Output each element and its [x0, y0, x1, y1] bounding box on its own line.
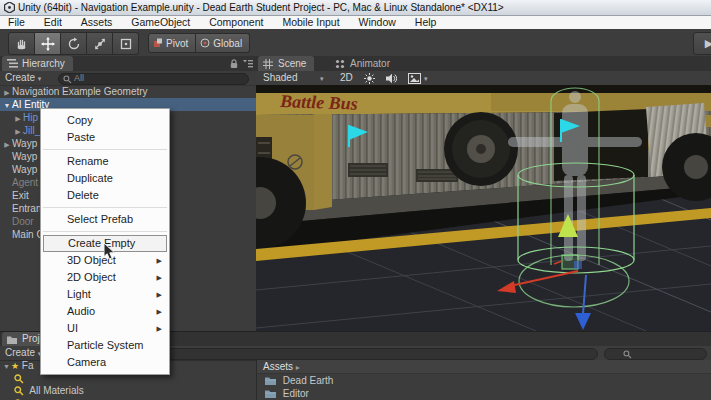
menu-mobile-input[interactable]: Mobile Input	[274, 16, 347, 29]
menu-component[interactable]: Component	[201, 16, 271, 29]
hand-tool-icon	[15, 37, 28, 50]
global-toggle-button[interactable]: Global	[196, 33, 250, 53]
menu-gameobject[interactable]: GameObject	[123, 16, 198, 29]
menu-item-camera[interactable]: Camera	[41, 354, 169, 371]
global-icon	[200, 38, 210, 48]
pivot-icon	[153, 38, 163, 48]
play-button[interactable]: ▶	[693, 32, 711, 55]
menu-item-paste[interactable]: Paste	[41, 129, 169, 146]
mouse-cursor-icon	[104, 243, 116, 261]
submenu-arrow-icon: ▶	[157, 269, 162, 286]
shading-mode-dropdown[interactable]: Shaded	[263, 71, 297, 85]
menu-separator	[43, 207, 167, 208]
menu-item-light[interactable]: Light▶	[41, 286, 169, 303]
menu-separator	[43, 149, 167, 150]
menu-help[interactable]: Help	[407, 16, 445, 29]
scene-viewport[interactable]: Battle Bus	[256, 85, 711, 331]
unity-logo-icon	[4, 2, 15, 13]
submenu-arrow-icon: ▶	[157, 320, 162, 337]
caret-down-icon[interactable]: ▾	[424, 72, 428, 86]
unity-editor-window: Unity (64bit) - Navigation Example.unity…	[0, 0, 711, 400]
submenu-arrow-icon: ▶	[157, 252, 162, 269]
animator-icon	[335, 59, 345, 69]
pivot-toggle-button[interactable]: Pivot	[148, 33, 196, 53]
menu-item-duplicate[interactable]: Duplicate	[41, 170, 169, 187]
rotate-tool-button[interactable]	[61, 32, 87, 55]
window-title: Unity (64bit) - Navigation Example.unity…	[18, 0, 504, 15]
search-icon	[623, 350, 632, 359]
hierarchy-create-button[interactable]: Create ▾	[5, 72, 41, 83]
toggle-2d-button[interactable]: 2D	[340, 71, 353, 85]
project-search-options[interactable]	[604, 348, 707, 360]
bus-graffiti-text: Battle Bus	[279, 91, 358, 114]
menu-file[interactable]: File	[0, 16, 33, 29]
menu-item-select-prefab[interactable]: Select Prefab	[41, 211, 169, 228]
menu-item-delete[interactable]: Delete	[41, 187, 169, 204]
hierarchy-list-icon	[7, 59, 18, 68]
hierarchy-context-menu: Copy Paste Rename Duplicate Delete Selec…	[40, 108, 170, 375]
rect-tool-button[interactable]	[113, 32, 139, 55]
asset-folder-editor[interactable]: Editor	[257, 387, 711, 400]
search-filter-label: All	[74, 73, 84, 84]
move-tool-button[interactable]	[35, 32, 61, 55]
move-tool-icon	[41, 37, 55, 51]
asset-folder-dead-earth[interactable]: Dead Earth	[257, 374, 711, 387]
scene-audio-icon[interactable]	[386, 73, 397, 84]
hierarchy-item[interactable]: ▶Navigation Example Geometry	[0, 85, 256, 98]
rect-tool-icon	[119, 37, 133, 51]
menu-window[interactable]: Window	[351, 16, 404, 29]
star-icon: ★	[11, 361, 19, 371]
project-create-button[interactable]: Create ▾	[5, 347, 41, 358]
menu-item-particle-system[interactable]: Particle System	[41, 337, 169, 354]
menu-item-rename[interactable]: Rename	[41, 153, 169, 170]
scene-effects-icon[interactable]	[408, 73, 421, 84]
rotate-tool-icon	[67, 37, 81, 51]
search-icon	[63, 75, 72, 84]
caret-down-icon: ▾	[320, 72, 324, 86]
submenu-arrow-icon: ▶	[157, 303, 162, 320]
submenu-arrow-icon: ▶	[157, 286, 162, 303]
hierarchy-create-row: Create ▾ All	[0, 71, 256, 86]
menu-item-audio[interactable]: Audio▶	[41, 303, 169, 320]
pivot-global-group: Pivot Global	[148, 33, 250, 53]
scene-view-toolbar: Shaded ▾ 2D ▾	[256, 71, 711, 86]
folder-icon	[265, 389, 276, 398]
menu-bar: File Edit Assets GameObject Component Mo…	[0, 16, 711, 30]
scene-lighting-icon[interactable]	[364, 73, 375, 84]
favorite-item-all-materials[interactable]: All Materials	[0, 385, 256, 398]
menu-edit[interactable]: Edit	[36, 16, 70, 29]
transform-tools	[8, 32, 139, 55]
scale-tool-button[interactable]	[87, 32, 113, 55]
saved-search-icon	[14, 386, 24, 396]
breadcrumb-arrow-icon: ▸	[296, 363, 300, 372]
menu-separator	[43, 231, 167, 232]
tree-expanded-icon[interactable]: ▼	[2, 361, 11, 374]
caret-down-icon: ▾	[38, 75, 42, 82]
tab-hierarchy[interactable]: Hierarchy	[2, 56, 73, 71]
panel-menu-icon[interactable]	[243, 60, 253, 68]
play-icon: ▶	[705, 37, 711, 49]
scene-tab-strip: Scene Animator	[256, 56, 711, 72]
tab-animator[interactable]: Animator	[330, 56, 398, 71]
title-bar[interactable]: Unity (64bit) - Navigation Example.unity…	[0, 0, 711, 16]
hierarchy-search-input[interactable]: All	[58, 73, 249, 85]
lock-icon[interactable]	[230, 59, 238, 69]
assets-breadcrumb[interactable]: Assets ▸	[257, 360, 711, 374]
main-toolbar: Pivot Global ▶	[0, 29, 711, 57]
menu-item-copy[interactable]: Copy	[41, 112, 169, 129]
saved-search-icon	[14, 374, 24, 384]
hierarchy-tab-strip: Hierarchy	[0, 56, 256, 72]
menu-assets[interactable]: Assets	[73, 16, 121, 29]
scene-panel: Scene Animator Shaded ▾ 2D	[256, 56, 711, 331]
project-folder-icon	[7, 335, 17, 344]
scene-grid-icon	[263, 59, 273, 69]
scale-tool-icon	[93, 37, 107, 51]
menu-item-ui[interactable]: UI▶	[41, 320, 169, 337]
tab-scene[interactable]: Scene	[258, 56, 314, 71]
folder-icon	[265, 376, 276, 385]
project-assets-column: Assets ▸ Dead Earth Editor	[257, 360, 711, 400]
menu-item-2d-object[interactable]: 2D Object▶	[41, 269, 169, 286]
hand-tool-button[interactable]	[8, 32, 35, 55]
